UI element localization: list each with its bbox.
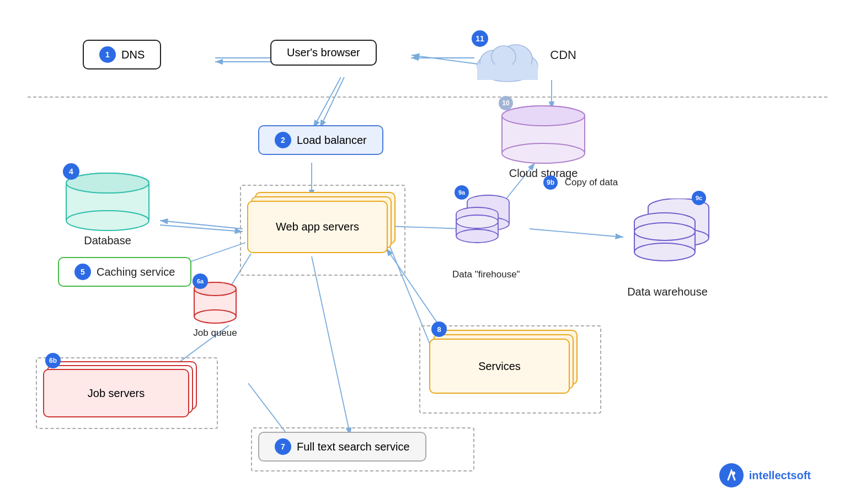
arrows-layer	[0, 0, 855, 504]
data-firehouse-node: 9a Data "firehouse"	[452, 193, 520, 280]
cloud-storage-cylinder	[496, 104, 590, 164]
svg-line-16	[530, 229, 623, 237]
cloud-storage-node: 10 Cloud storage	[496, 104, 590, 180]
svg-rect-27	[477, 65, 538, 80]
dns-box: 1 DNS	[83, 40, 161, 69]
full-text-search-label: Full text search service	[297, 441, 410, 453]
copy-of-data-badge: 9b	[543, 175, 558, 190]
job-queue-badge: 6a	[193, 274, 208, 289]
svg-point-32	[502, 143, 585, 163]
logo-text: intellectsoft	[749, 469, 811, 482]
svg-line-14	[386, 226, 463, 229]
load-balancer-label: Load balancer	[297, 134, 367, 147]
logo: intellectsoft	[719, 463, 811, 487]
logo-icon	[719, 463, 744, 487]
caching-label: Caching service	[97, 266, 175, 278]
database-label: Database	[84, 234, 131, 247]
user-browser-node: User's browser	[270, 40, 377, 66]
data-warehouse-label: Data warehouse	[618, 286, 717, 298]
services-badge: 8	[431, 321, 447, 337]
database-cylinder	[61, 171, 154, 232]
cdn-node: 11 CDN	[472, 30, 543, 85]
full-text-search-badge: 7	[275, 438, 291, 455]
caching-service-box: 5 Caching service	[58, 257, 191, 287]
load-balancer-badge: 2	[275, 132, 291, 148]
copy-of-data-node: 9b Copy of data	[543, 175, 618, 190]
dns-label: DNS	[121, 49, 145, 61]
svg-point-38	[66, 211, 149, 230]
dns-badge: 1	[99, 46, 116, 63]
job-queue-node: 6a Job queue	[190, 281, 240, 339]
job-queue-label: Job queue	[193, 328, 237, 339]
cdn-label: CDN	[550, 48, 576, 62]
svg-point-39	[66, 173, 149, 193]
svg-point-44	[194, 310, 236, 323]
data-firehouse-badge: 9a	[455, 185, 469, 200]
svg-line-10	[160, 221, 243, 229]
architecture-diagram: 1 DNS User's browser 11 CDN 2 Load balan…	[0, 0, 855, 504]
caching-service-node: 5 Caching service	[58, 257, 191, 287]
services-label: Services	[478, 360, 521, 373]
svg-point-55	[456, 229, 498, 243]
services-node: 8 Services	[429, 330, 584, 401]
job-servers-label: Job servers	[88, 387, 145, 400]
svg-point-56	[456, 215, 498, 228]
database-badge: 4	[63, 163, 79, 180]
database-node: 4 Database	[61, 171, 154, 247]
load-balancer-node: 2 Load balancer	[258, 125, 383, 155]
cloud-storage-badge: 10	[499, 96, 513, 110]
data-firehouse-cylinders	[452, 193, 513, 265]
user-browser-box: User's browser	[270, 40, 377, 66]
svg-line-7	[320, 77, 344, 128]
svg-point-33	[502, 106, 585, 126]
full-text-search-box: 7 Full text search service	[258, 432, 426, 462]
svg-point-67	[634, 223, 695, 240]
caching-badge: 5	[74, 264, 91, 280]
svg-line-19	[312, 256, 350, 436]
data-warehouse-cylinders	[618, 199, 717, 281]
cdn-badge: 11	[472, 30, 488, 47]
load-balancer-box: 2 Load balancer	[258, 125, 383, 155]
data-warehouse-badge: 9c	[692, 191, 706, 205]
web-app-servers-label: Web app servers	[276, 221, 359, 233]
user-browser-label: User's browser	[287, 46, 360, 59]
web-app-servers-node: Web app servers	[247, 192, 396, 269]
svg-point-68	[732, 471, 735, 475]
job-servers-badge: 6b	[45, 353, 61, 368]
data-firehouse-label: Data "firehouse"	[452, 269, 520, 280]
svg-point-66	[634, 243, 695, 261]
data-warehouse-node: 9c Data warehouse	[618, 199, 717, 298]
copy-of-data-label: Copy of data	[565, 177, 618, 187]
svg-line-6	[313, 77, 341, 128]
svg-line-11	[160, 225, 243, 232]
separator-line	[28, 96, 827, 98]
dns-node: 1 DNS	[83, 40, 161, 69]
job-servers-node: 6b Job servers	[43, 361, 203, 419]
full-text-search-node: 7 Full text search service	[258, 432, 426, 462]
